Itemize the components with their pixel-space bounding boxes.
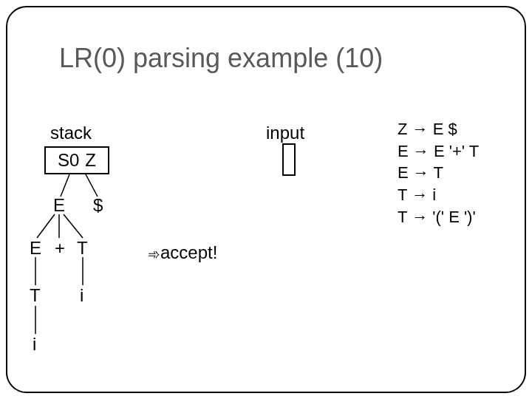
slide-title: LR(0) parsing example (10) [59,43,383,74]
tree-node-plus: + [55,238,65,259]
accept-message: ➾accept! [148,242,217,263]
svg-line-1 [86,174,98,197]
g2-right: E '+' T [434,142,479,160]
g1-right: E $ [433,120,457,138]
tree-node-E2: E [30,238,41,259]
grammar-line-5: T → '(' E ')' [398,206,479,228]
g5-left: T [398,208,407,226]
stack-box: S0 Z [44,146,109,174]
tree-node-i1: i [80,285,83,306]
g4-right: i [432,185,436,204]
arrow-icon: → [413,163,429,182]
stack-cell-z: Z [85,150,96,171]
g2-left: E [398,142,409,160]
arrow-icon: → [412,120,429,138]
svg-line-0 [61,174,69,197]
grammar-line-2: E → E '+' T [398,140,479,163]
parse-tree: E $ E + T T i i [27,174,189,381]
tree-node-T1: T [77,238,88,259]
grammar-line-4: T → i [398,184,479,206]
accept-text: accept! [160,242,217,262]
tree-lines [27,174,189,381]
svg-line-2 [37,214,55,238]
g3-left: E [398,163,409,182]
arrow-icon: → [412,208,428,226]
tree-node-i2: i [33,334,36,355]
g1-left: Z [398,120,407,138]
g3-right: T [434,163,443,182]
grammar-line-3: E → T [398,162,479,184]
stack-cell-s0: S0 [58,150,79,171]
grammar-line-1: Z → E $ [398,118,479,140]
accept-arrow-icon: ➾ [148,246,160,262]
stack-label: stack [50,123,92,143]
arrow-icon: → [412,185,428,204]
tree-node-dollar: $ [93,195,103,216]
input-box [282,143,296,176]
tree-node-T2: T [30,285,41,306]
g5-right: '(' E ')' [432,208,475,226]
input-label: input [266,123,304,143]
tree-node-E: E [53,195,65,216]
g4-left: T [398,185,407,204]
svg-line-4 [64,214,83,238]
arrow-icon: → [413,142,429,160]
grammar-rules: Z → E $ E → E '+' T E → T T → i T → '(' … [398,118,479,228]
